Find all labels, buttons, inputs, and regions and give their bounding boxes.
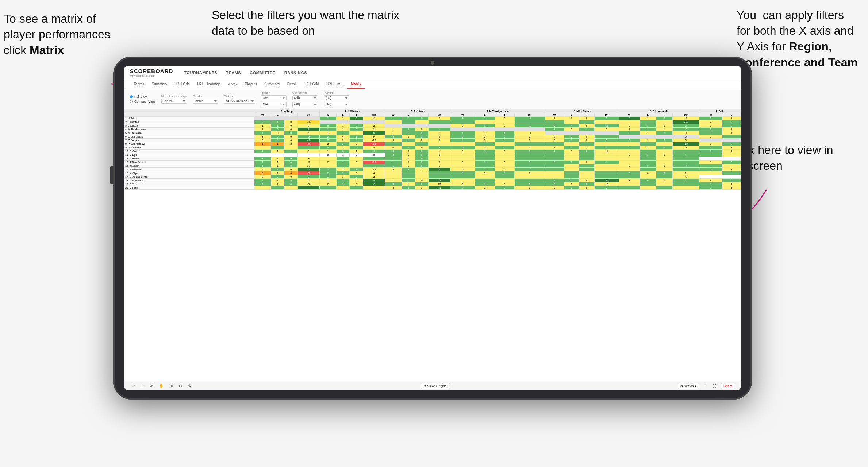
matrix-cell: 1 [271, 171, 284, 175]
undo-btn[interactable]: ↩ [130, 383, 136, 389]
matrix-cell: 0 [640, 164, 656, 168]
matrix-cell [619, 175, 640, 179]
nav-tournaments[interactable]: TOURNAMENTS [184, 70, 217, 75]
tab-summary-1[interactable]: Summary [148, 80, 171, 89]
tab-matrix-active[interactable]: Matrix [347, 80, 365, 89]
matrix-cell: 0 [350, 182, 363, 186]
matrix-cell [254, 153, 271, 157]
table-row: 4. M Thorbjornsen1002110110011010111-601 [124, 128, 741, 131]
max-players-select[interactable]: Top 25 [161, 99, 187, 104]
view-original-btn[interactable]: ⊕ View: Original [421, 383, 450, 389]
matrix-cell: 0 [640, 179, 656, 182]
matrix-cell [722, 171, 741, 175]
matrix-cell: 1 [336, 175, 350, 179]
full-view-radio[interactable] [130, 95, 133, 98]
matrix-cell: 1 [336, 153, 350, 157]
matrix-cell [495, 142, 514, 146]
tab-h2h-grid-1[interactable]: H2H Grid [171, 80, 193, 89]
tab-h2h-hm[interactable]: H2H Hm... [323, 80, 347, 89]
zoom-out-btn[interactable]: ⊟ [177, 383, 184, 389]
full-view-option[interactable]: Full View [130, 95, 155, 99]
matrix-cell: 0 [699, 150, 722, 153]
grid-btn[interactable]: ⊟ [702, 383, 708, 389]
matrix-cell: -8 [672, 175, 699, 179]
matrix-cell [271, 117, 284, 120]
fullscreen-btn[interactable]: ⛶ [711, 383, 718, 389]
matrix-cell: 1 [271, 120, 284, 124]
tab-summary-2[interactable]: Summary [261, 80, 284, 89]
matrix-cell: 8 [514, 171, 545, 175]
conference-select-2[interactable]: (All) [292, 102, 318, 107]
division-select[interactable]: NCAA Division I [224, 99, 255, 104]
tab-detail[interactable]: Detail [284, 80, 300, 89]
matrix-cell [514, 175, 545, 179]
matrix-cell: 0 [640, 171, 656, 175]
matrix-cell [579, 142, 595, 146]
matrix-cell [475, 179, 495, 182]
matrix-cell [385, 171, 402, 175]
col-header-1: 1. W Ding [254, 109, 319, 113]
tab-h2h-grid-2[interactable]: H2H Grid [300, 80, 323, 89]
matrix-cell: 1 [319, 179, 336, 182]
nav-teams[interactable]: TEAMS [226, 70, 241, 75]
matrix-cell: -16 [298, 135, 320, 139]
players-select-2[interactable]: (All) [324, 102, 349, 107]
matrix-cell: 1 [672, 171, 699, 175]
matrix-cell: 17 [514, 117, 545, 120]
matrix-cell: -7 [672, 164, 699, 168]
matrix-cell: 3 [475, 171, 495, 175]
sub-dif-6: Dif [672, 113, 699, 117]
matrix-cell: 1 [336, 146, 350, 150]
conference-select[interactable]: (All) [292, 95, 318, 100]
tab-h2h-heatmap[interactable]: H2H Heatmap [193, 80, 224, 89]
matrix-cell: 1 [402, 153, 415, 157]
player-name-cell: 18. C Sherwood [124, 179, 254, 182]
refresh-btn[interactable]: ⟳ [148, 383, 154, 389]
sub-dif-4: Dif [514, 113, 545, 117]
sub-w-6: W [619, 113, 640, 117]
compact-view-radio[interactable] [130, 100, 133, 103]
matrix-cell: 1 [336, 124, 350, 128]
players-select[interactable]: (All) [324, 95, 349, 100]
zoom-in-btn[interactable]: ⊞ [168, 383, 174, 389]
matrix-cell: 5 [722, 179, 741, 182]
matrix-cell: -3 [298, 161, 320, 164]
matrix-cell [450, 153, 475, 157]
matrix-cell: 1 [722, 182, 741, 186]
app-subtitle: Powered by clippd [130, 74, 173, 77]
tab-matrix-1[interactable]: Matrix [224, 80, 241, 89]
matrix-cell [699, 157, 722, 161]
redo-btn[interactable]: ↪ [139, 383, 145, 389]
hand-btn[interactable]: ✋ [157, 383, 165, 389]
matrix-cell [336, 120, 350, 124]
matrix-cell [336, 186, 350, 190]
matrix-cell: 1 [564, 146, 579, 150]
nav-rankings[interactable]: RANKINGS [284, 70, 307, 75]
matrix-cell: 0 [545, 182, 564, 186]
matrix-cell [594, 153, 619, 157]
matrix-cell: 1 [722, 150, 741, 153]
matrix-cell: 1 [254, 179, 271, 182]
gender-select[interactable]: Men's [193, 99, 218, 104]
region-select-2[interactable]: N/A [261, 102, 287, 107]
matrix-cell: 5 [415, 135, 429, 139]
matrix-cell [429, 120, 450, 124]
matrix-cell [271, 186, 284, 190]
compact-view-option[interactable]: Compact View [130, 100, 155, 103]
watch-btn[interactable]: @ Watch ▾ [678, 383, 699, 389]
matrix-area[interactable]: 1. W Ding 2. L Clanton 3. J Koivun 4. M … [124, 109, 741, 381]
player-name-cell: 1. W Ding [124, 117, 254, 120]
settings-btn[interactable]: ⚙ [187, 383, 193, 389]
matrix-cell: 3 [271, 179, 284, 182]
matrix-cell: 0 [495, 168, 514, 171]
region-select[interactable]: N/A [261, 95, 287, 100]
matrix-cell [722, 153, 741, 157]
tab-teams[interactable]: Teams [130, 80, 148, 89]
matrix-cell: 1 [402, 117, 415, 120]
sub-t-6: T [656, 113, 672, 117]
share-btn[interactable]: Share [721, 383, 735, 389]
matrix-cell [495, 120, 514, 124]
matrix-cell: 0 [402, 146, 415, 150]
nav-committee[interactable]: COMMITTEE [250, 70, 276, 75]
tab-players[interactable]: Players [241, 80, 261, 89]
